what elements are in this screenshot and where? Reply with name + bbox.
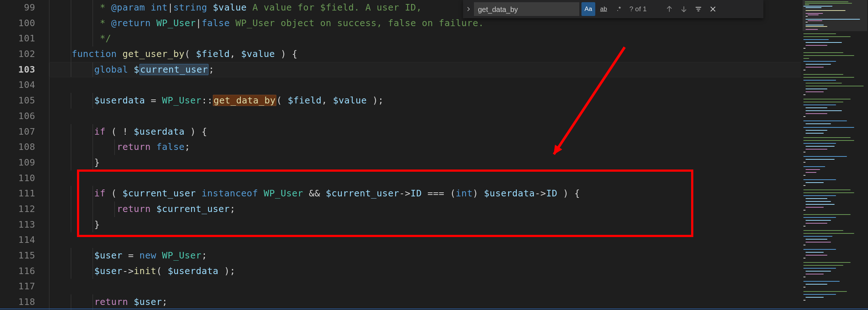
filter-lines-icon	[695, 5, 702, 13]
code-token: ;	[162, 297, 168, 307]
code-line[interactable]	[49, 109, 801, 124]
code-token: $userdata	[94, 95, 145, 106]
minimap-line	[806, 242, 831, 242]
line-number: 111	[0, 186, 49, 201]
minimap-line	[806, 220, 831, 221]
line-number: 113	[0, 217, 49, 233]
code-line[interactable]: if ( $current_user instanceof WP_User &&…	[49, 186, 801, 201]
code-token: int	[456, 188, 473, 199]
minimap-line	[803, 121, 847, 121]
code-line[interactable]: $user->init( $userdata );	[49, 264, 801, 279]
minimap-line	[803, 127, 854, 128]
expand-replace-toggle[interactable]	[463, 0, 474, 18]
code-token: |	[168, 2, 174, 13]
code-token	[196, 188, 202, 199]
code-area[interactable]: * @param int|string $value A value for $…	[49, 0, 801, 310]
minimap-line	[803, 291, 847, 292]
whole-word-label: ab	[600, 5, 607, 13]
find-next-button[interactable]	[677, 2, 691, 16]
minimap-line	[806, 146, 835, 147]
code-token: $current_user	[122, 188, 196, 199]
minimap-line	[806, 45, 827, 46]
minimap-line	[806, 107, 827, 108]
minimap-line	[806, 149, 827, 150]
minimap-line	[803, 77, 854, 78]
code-line[interactable]: }	[49, 155, 801, 171]
code-line[interactable]	[49, 77, 801, 93]
code-token	[117, 49, 123, 59]
line-number: 115	[0, 248, 49, 264]
code-token: current_user	[139, 64, 209, 75]
minimap-line	[803, 80, 836, 81]
code-token: WP_User	[162, 95, 202, 106]
whole-word-toggle[interactable]: ab	[597, 2, 611, 16]
minimap-line	[806, 25, 824, 25]
code-token: ;	[184, 142, 190, 152]
minimap-line	[806, 201, 831, 202]
code-token: $user	[94, 250, 122, 261]
code-token	[151, 142, 157, 152]
code-line[interactable]: }	[49, 217, 801, 233]
minimap-line	[806, 16, 808, 17]
code-token: if	[94, 188, 105, 199]
minimap-line	[806, 110, 842, 111]
minimap-line	[803, 249, 836, 250]
minimap-line	[806, 10, 845, 11]
code-line[interactable]: function get_user_by( $field, $value ) {	[49, 46, 801, 62]
code-token: ;	[208, 64, 214, 75]
minimap-line	[803, 52, 843, 53]
minimap-line	[803, 287, 806, 287]
minimap-line	[805, 1, 848, 2]
minimap[interactable]	[803, 0, 867, 306]
minimap-line	[803, 230, 843, 231]
match-case-toggle[interactable]: Aa	[581, 2, 595, 16]
code-line[interactable]: */	[49, 31, 801, 46]
code-token: $current_user	[157, 204, 230, 214]
find-prev-button[interactable]	[662, 2, 676, 16]
minimap-line	[806, 26, 827, 27]
code-line[interactable]	[49, 232, 801, 248]
code-token: $user	[134, 297, 162, 307]
code-token: $userdata	[134, 126, 184, 137]
code-line[interactable]	[49, 171, 801, 186]
code-token: new	[139, 250, 157, 261]
code-token: $user	[94, 266, 122, 276]
code-line[interactable]: return $user;	[49, 294, 801, 310]
code-line[interactable]: return $current_user;	[49, 201, 801, 217]
minimap-line	[806, 198, 827, 199]
code-token: )	[472, 188, 484, 199]
code-token: WP_User	[157, 18, 196, 28]
minimap-line	[808, 20, 822, 21]
find-filter-button[interactable]	[691, 2, 705, 16]
regex-toggle[interactable]: .*	[612, 2, 626, 16]
minimap-line	[806, 172, 816, 173]
minimap-line	[803, 61, 836, 62]
code-line[interactable]	[49, 279, 801, 294]
minimap-line	[806, 255, 827, 256]
line-number: 109	[0, 155, 49, 171]
minimap-line	[803, 179, 836, 180]
code-line[interactable]: $user = new WP_User;	[49, 248, 801, 264]
code-token: |	[196, 18, 202, 28]
code-token: global	[94, 64, 128, 75]
find-widget: get_data_by Aa ab .* ? of 1	[463, 0, 763, 18]
code-token: $value	[333, 95, 367, 106]
minimap-line	[803, 268, 836, 269]
find-close-button[interactable]	[706, 2, 720, 16]
minimap-line	[806, 13, 823, 14]
code-line[interactable]: return false;	[49, 139, 801, 155]
code-token: }	[94, 219, 100, 230]
code-token: $field	[288, 95, 321, 106]
code-token: (	[157, 266, 168, 276]
code-token: $userdata	[168, 266, 219, 276]
code-token: return	[94, 297, 128, 307]
code-token: ===	[422, 188, 450, 199]
minimap-line	[803, 6, 832, 7]
code-line[interactable]: global $current_user;	[49, 62, 801, 78]
code-token: WP_User object on success, false on fail…	[230, 18, 484, 28]
code-token	[151, 204, 157, 214]
minimap-line	[806, 113, 827, 114]
code-line[interactable]: $userdata = WP_User::get_data_by( $field…	[49, 93, 801, 109]
code-line[interactable]: if ( ! $userdata ) {	[49, 124, 801, 140]
find-input[interactable]: get_data_by	[474, 2, 579, 16]
